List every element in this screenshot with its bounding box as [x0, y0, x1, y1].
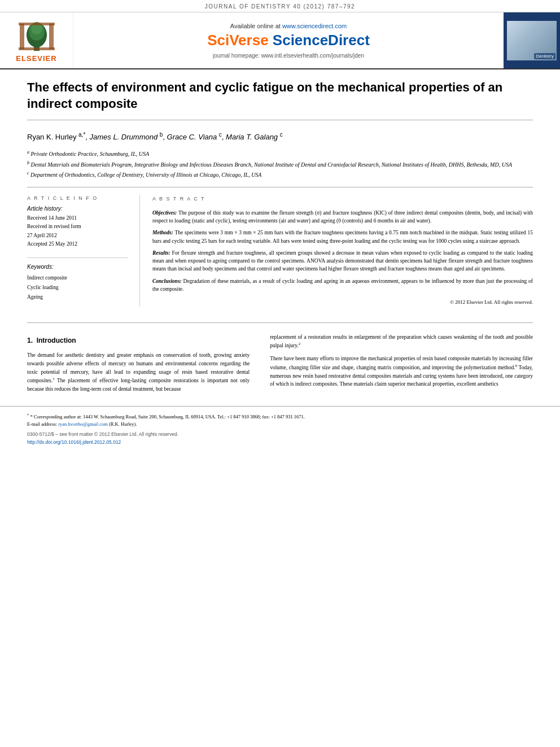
dentistry-thumb-area: Dentistry	[504, 12, 560, 68]
svg-rect-7	[19, 47, 55, 50]
abstract-methods: Methods: The specimens were 3 mm × 3 mm …	[152, 229, 533, 245]
affil-b: b Dental Materials and Biomaterials Prog…	[27, 160, 533, 169]
article-info-col: A R T I C L E I N F O Article history: R…	[27, 195, 140, 306]
keywords-section: Keywords: Indirect composite Cyclic load…	[27, 257, 128, 302]
abstract-results-label: Results:	[152, 250, 170, 256]
abstract-methods-label: Methods:	[152, 230, 173, 235]
keyword-2: Cyclic loading	[27, 283, 128, 292]
abstract-conclusions-text: Degradation of these materials, as a res…	[152, 278, 533, 292]
header-section: ELSEVIER Available online at www.science…	[0, 12, 560, 69]
abstract-results-text: For flexure strength and fracture toughn…	[152, 250, 533, 272]
article-content: The effects of environment and cyclic fa…	[0, 69, 560, 312]
body-left-col: 1. Introduction The demand for aesthetic…	[27, 333, 260, 398]
svg-rect-4	[20, 24, 24, 49]
footer-section: * * Corresponding author at: 1443 W. Sch…	[0, 406, 560, 451]
abstract-heading: A B S T R A C T	[152, 195, 533, 203]
two-col-section: A R T I C L E I N F O Article history: R…	[27, 187, 533, 306]
sciverse-title: SciVerse ScienceDirect	[207, 32, 370, 49]
footer-links: 0300-5712/$ – see front matter © 2012 El…	[27, 431, 533, 446]
page-container: JOURNAL OF DENTISTRY 40 (2012) 787–792 E…	[0, 0, 560, 451]
doi-link[interactable]: http://dx.doi.org/10.1016/j.jdent.2012.0…	[27, 439, 121, 445]
intro-para-1: The demand for aesthetic dentistry and g…	[27, 351, 250, 394]
abstract-methods-text: The specimens were 3 mm × 3 mm × 25 mm b…	[152, 230, 533, 243]
abstract-objectives-label: Objectives:	[152, 210, 177, 216]
abstract-objectives-text: The purpose of this study was to examine…	[152, 210, 533, 224]
dentistry-cover-bg: Dentistry	[507, 21, 557, 60]
svg-rect-6	[19, 23, 55, 25]
body-right-col: replacement of a restoration results in …	[260, 333, 533, 398]
elsevier-logo-area: ELSEVIER	[0, 12, 73, 68]
abstract-conclusions: Conclusions: Degradation of these materi…	[152, 277, 533, 294]
history-label: Article history:	[27, 206, 128, 212]
available-online-text: Available online at www.sciencedirect.co…	[230, 23, 347, 29]
footer-corresponding: * * Corresponding author at: 1443 W. Sch…	[27, 412, 533, 429]
journal-header-bar: JOURNAL OF DENTISTRY 40 (2012) 787–792	[0, 0, 560, 12]
keyword-1: Indirect composite	[27, 273, 128, 283]
copyright-line: © 2012 Elsevier Ltd. All rights reserved…	[152, 299, 533, 307]
affil-c: c Department of Orthodontics, College of…	[27, 170, 533, 179]
dentistry-cover-image: Dentistry	[507, 21, 557, 60]
abstract-results: Results: For flexure strength and fractu…	[152, 249, 533, 273]
elsevier-tree-icon	[14, 18, 59, 52]
abstract-conclusions-label: Conclusions:	[152, 278, 182, 284]
section-divider	[27, 322, 533, 323]
sciencedirect-area: Available online at www.sciencedirect.co…	[73, 12, 504, 68]
abstract-objectives: Objectives: The purpose of this study wa…	[152, 209, 533, 225]
body-two-col: 1. Introduction The demand for aesthetic…	[0, 333, 560, 398]
authors-line: Ryan K. Hurley a,*, James L. Drummond b,…	[27, 130, 533, 143]
affiliations: a Private Orthodontic Practice, Schaumbu…	[27, 149, 533, 179]
journal-header-text: JOURNAL OF DENTISTRY 40 (2012) 787–792	[205, 3, 355, 10]
keywords-label: Keywords:	[27, 264, 128, 270]
intro-para-2: replacement of a restoration results in …	[270, 333, 533, 351]
available-online-link[interactable]: www.sciencedirect.com	[282, 23, 347, 29]
article-title: The effects of environment and cyclic fa…	[27, 80, 533, 120]
intro-para-3: There have been many efforts to improve …	[270, 355, 533, 388]
svg-rect-5	[49, 24, 54, 49]
intro-heading: 1. Introduction	[27, 335, 250, 346]
email-link[interactable]: ryan.hvortho@gmail.com	[58, 421, 108, 427]
history-received: Received 14 June 2011 Received in revise…	[27, 214, 128, 248]
abstract-col: A B S T R A C T Objectives: The purpose …	[140, 195, 533, 306]
keyword-3: Ageing	[27, 292, 128, 302]
dentistry-cover-text: Dentistry	[534, 53, 555, 59]
affil-a: a Private Orthodontic Practice, Schaumbu…	[27, 149, 533, 158]
journal-homepage: journal homepage: www.intl.elsevierhealt…	[213, 53, 364, 59]
elsevier-label: ELSEVIER	[16, 54, 56, 63]
article-info-heading: A R T I C L E I N F O	[27, 195, 128, 201]
